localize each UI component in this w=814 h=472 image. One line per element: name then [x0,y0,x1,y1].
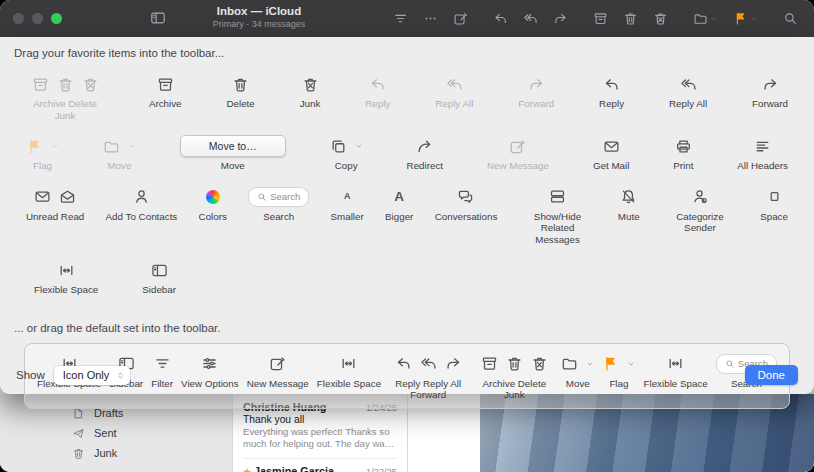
palette-item-delete[interactable]: Delete [226,73,254,110]
folder-button[interactable] [693,11,718,26]
palette-item-smaller[interactable]: ASmaller [331,186,364,223]
palette-item-copy[interactable]: Copy [330,135,363,172]
flag-button[interactable] [733,11,758,26]
toolbar-icon-group [393,11,468,26]
palette-item-unread-read[interactable]: Unread Read [26,186,84,223]
palette-item-redirect[interactable]: Redirect [407,135,443,172]
palette-row: Archive Delete JunkArchiveDeleteJunkRepl… [0,73,814,121]
palette-item-show-hide-related-messages[interactable]: Show/Hide Related Messages [519,186,597,246]
reply-all-icon [523,11,538,26]
palette-item-add-to-contacts[interactable]: Add To Contacts [106,186,178,223]
titlebar: Inbox — iCloud Primary · 34 messages [0,0,814,37]
palette-item-get-mail[interactable]: Get Mail [593,135,629,172]
window-title-block: Inbox — iCloud Primary · 34 messages [184,5,334,29]
move-to-button[interactable]: Move to… [180,135,286,157]
palette-item-icons [446,73,463,95]
palette-item-icons [103,135,136,157]
palette-item-bigger[interactable]: ABigger [385,186,413,223]
toolbar-icon-group [693,11,758,26]
show-style-value: Icon Only [63,369,109,381]
palette-item-mute[interactable]: Mute [618,186,640,223]
palette-item-print[interactable]: Print [673,135,693,172]
more-button[interactable] [423,11,438,26]
search-button[interactable] [783,11,798,26]
palette-item-label: Move [221,160,245,172]
palette-row: Flexible SpaceSidebar [0,259,814,296]
palette-item-forward[interactable]: Forward [518,73,554,110]
related-icon [549,188,566,205]
palette-item-archive-delete-junk[interactable]: Archive Delete Junk [26,73,104,121]
sidebar-item-junk[interactable]: Junk [0,443,232,463]
palette-item-move[interactable]: Move to…Move [180,135,286,172]
palette-item-conversations[interactable]: Conversations [435,186,498,223]
close-button[interactable] [13,13,24,24]
trash-icon [57,76,74,93]
folder-icon [103,138,120,155]
reply-all-icon [446,76,463,93]
palette-item-label: New Message [487,160,549,172]
compose-button[interactable] [453,11,468,26]
headers-icon [754,138,771,155]
trash-button[interactable] [623,11,638,26]
palette-item-flag[interactable]: Flag [26,135,59,172]
show-label: Show [16,369,45,381]
letterA-big-icon: A [394,190,404,204]
palette-item-label: Sidebar [142,284,176,296]
palette-item-icons [603,73,620,95]
message-preview: Everything was perfect! Thanks so much f… [243,426,397,450]
palette-item-label: Space [760,211,788,223]
minimize-button[interactable] [32,13,43,24]
palette-item-label: Redirect [407,160,443,172]
palette-item-reply-all[interactable]: Reply All [435,73,473,110]
toolbar-item-palette: Archive Delete JunkArchiveDeleteJunkRepl… [0,73,814,296]
palette-item-icons: A [394,186,404,208]
toolbar-icon-group [493,11,568,26]
reply-all-button[interactable] [523,11,538,26]
palette-item-colors[interactable]: Colors [199,186,227,223]
window-title: Inbox — iCloud [184,5,334,17]
palette-item-move[interactable]: Move [103,135,136,172]
forward-icon [553,11,568,26]
conversations-icon [457,188,474,205]
palette-item-flexible-space[interactable]: Flexible Space [34,259,98,296]
palette-item-icons [675,135,692,157]
palette-item-icons: Search [248,186,309,208]
redirect-icon [416,138,433,155]
palette-item-junk[interactable]: Junk [300,73,321,110]
palette-item-forward[interactable]: Forward [752,73,788,110]
palette-item-reply-all[interactable]: Reply All [669,73,707,110]
zoom-button[interactable] [51,13,62,24]
palette-item-icons [302,73,319,95]
palette-item-icons [26,135,59,157]
palette-item-categorize-sender[interactable]: Categorize Sender [661,186,739,234]
palette-row: FlagMoveMove to…MoveCopyRedirectNew Mess… [0,135,814,172]
forward-button[interactable] [553,11,568,26]
palette-item-icons [34,186,76,208]
palette-item-archive[interactable]: Archive [149,73,182,110]
palette-item-label: Delete [226,98,254,110]
palette-item-icons [369,73,386,95]
sidebar-item-sent[interactable]: Sent [0,423,232,443]
palette-item-label: Move [107,160,131,172]
contact-icon [133,188,150,205]
palette-item-icons [58,259,75,281]
palette-item-reply[interactable]: Reply [365,73,390,110]
reply-button[interactable] [493,11,508,26]
palette-item-icons [620,186,637,208]
sidebar-toggle-icon[interactable] [150,10,166,30]
palette-item-sidebar[interactable]: Sidebar [142,259,176,296]
palette-item-all-headers[interactable]: All Headers [737,135,788,172]
palette-item-new-message[interactable]: New Message [487,135,549,172]
message-row[interactable]: ★ Jasmine Garcia 1/22/25 [243,458,397,472]
palette-item-icons [549,186,566,208]
done-button[interactable]: Done [745,365,799,385]
palette-item-reply[interactable]: Reply [599,73,624,110]
compose-icon [453,11,468,26]
show-style-popup[interactable]: Icon Only [54,366,130,385]
palette-item-search[interactable]: SearchSearch [248,186,309,223]
filter-button[interactable] [393,11,408,26]
palette-item-space[interactable]: Space [760,186,788,223]
search-field[interactable]: Search [248,187,309,207]
junk-button[interactable] [653,11,668,26]
archive-button[interactable] [593,11,608,26]
